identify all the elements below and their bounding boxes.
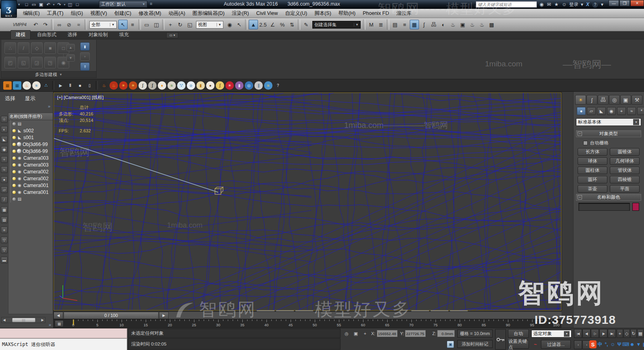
visibility-bulb-icon[interactable] bbox=[12, 184, 16, 187]
selection-lock-icon[interactable]: ▣ bbox=[352, 330, 359, 337]
border-mode-button[interactable]: ◇ bbox=[31, 42, 43, 54]
menu-item-1[interactable]: 工具(T) bbox=[43, 9, 67, 18]
phx-candle-icon[interactable]: ♦ bbox=[158, 81, 166, 90]
exp-display-containers-icon[interactable]: ▦ bbox=[1, 206, 8, 213]
visibility-bulb-icon[interactable] bbox=[12, 129, 16, 132]
frame-back-button[interactable]: ◀ bbox=[54, 312, 63, 319]
explorer-item-layer[interactable]: ▤ bbox=[8, 196, 53, 202]
create-四棱锥-button[interactable]: 四棱锥 bbox=[610, 176, 640, 183]
phx-fire2-icon[interactable]: ♨ bbox=[109, 81, 118, 90]
tab-utilities[interactable]: ⚒ bbox=[632, 95, 642, 105]
phx-explosion2-icon[interactable]: ☀ bbox=[129, 81, 137, 90]
explorer-menu-select[interactable]: 选择 bbox=[5, 95, 15, 102]
minimize-button[interactable]: — bbox=[609, 0, 619, 6]
phx-smoke1-icon[interactable]: ʃ bbox=[138, 81, 147, 90]
align-icon[interactable]: ≣ bbox=[376, 20, 386, 29]
explorer-item-s002[interactable]: ◣s002 bbox=[8, 127, 53, 134]
preview-border-button[interactable]: ◲ bbox=[31, 57, 43, 68]
user-icon[interactable]: ☺ bbox=[562, 2, 567, 7]
exp-display-lights-icon[interactable]: ◣ bbox=[1, 136, 8, 143]
unlink-icon[interactable]: ⊘ bbox=[64, 20, 74, 29]
edge-mode-button[interactable]: / bbox=[18, 42, 29, 54]
scrollbar-thumb[interactable]: ||| bbox=[12, 318, 35, 322]
key-step-back-icon[interactable]: ‹ bbox=[574, 340, 582, 349]
phx-splash-icon[interactable]: ☀ bbox=[225, 81, 234, 90]
schematic-view-icon[interactable]: 品 bbox=[429, 20, 438, 29]
help-icon[interactable]: ? bbox=[592, 2, 598, 8]
menu-item-0[interactable]: 编辑(E) bbox=[19, 9, 43, 18]
phx-ice-icon[interactable]: ⊛ bbox=[187, 81, 195, 90]
menu-item-5[interactable]: 修改器(M) bbox=[135, 9, 165, 18]
undo-button[interactable]: ↶ bbox=[45, 1, 52, 8]
ref-coord-dropdown[interactable]: 视图▼ bbox=[196, 21, 223, 29]
sogou-logo-icon[interactable]: S bbox=[589, 340, 597, 348]
bind-spacewarp-icon[interactable]: ≈ bbox=[74, 20, 83, 29]
exp-sort-icon[interactable]: ≡ bbox=[1, 226, 8, 233]
redo-button[interactable]: ↷ bbox=[56, 1, 62, 8]
explorer-item-Camera002[interactable]: ◉Camera002 bbox=[8, 175, 53, 182]
app-menu-arrow-icon[interactable]: ▾ bbox=[18, 2, 20, 6]
snap-25-icon[interactable]: 2.5 bbox=[258, 20, 268, 29]
restore-button[interactable]: ❐ bbox=[619, 0, 630, 6]
isolate-toggle-icon[interactable]: ◎ bbox=[343, 330, 350, 337]
scroll-left-icon[interactable]: ◀ bbox=[2, 317, 7, 323]
maximize-viewport-button[interactable]: ▦ bbox=[637, 329, 644, 338]
explorer-hscrollbar[interactable]: ◀ ||| ▶ bbox=[1, 317, 45, 323]
add-time-tag[interactable]: 添加时间标记 bbox=[457, 340, 493, 348]
macro-recorder-field[interactable] bbox=[0, 328, 127, 338]
phx-swirl-icon[interactable]: ◎ bbox=[245, 81, 253, 90]
exp-display-all-icon[interactable]: ○ bbox=[1, 116, 8, 123]
select-by-name-icon[interactable]: ≡ bbox=[128, 20, 137, 29]
phx-help-icon[interactable]: ? bbox=[274, 81, 282, 90]
create-管状体-button[interactable]: 管状体 bbox=[610, 167, 640, 174]
menu-item-8[interactable]: 渲染(R) bbox=[228, 9, 252, 18]
explorer-menu-display[interactable]: 显示 bbox=[25, 95, 35, 102]
explorer-item-Obj3d66-99[interactable]: Obj3d66-99 bbox=[8, 141, 53, 148]
undo-icon[interactable]: ↶ bbox=[31, 20, 40, 29]
set-key-mode-button[interactable]: 设置关键点 bbox=[508, 340, 529, 349]
sogou-grid-icon[interactable]: ▦ bbox=[642, 340, 644, 349]
scale-icon[interactable]: ◱ bbox=[185, 20, 194, 29]
explorer-item-Camera001[interactable]: ◉Camera001 bbox=[8, 189, 53, 196]
phx-play-icon[interactable]: ▶ bbox=[56, 81, 65, 90]
dropdown-arrow-icon[interactable]: ▾ bbox=[601, 2, 603, 7]
menu-item-12[interactable]: 帮助(H) bbox=[335, 9, 359, 18]
create-几何球体-button[interactable]: 几何球体 bbox=[610, 157, 640, 165]
menu-item-4[interactable]: 创建(C) bbox=[111, 9, 135, 18]
phx-particles-icon[interactable]: ∴ bbox=[42, 81, 50, 90]
menu-item-14[interactable]: 溜云库 bbox=[393, 9, 415, 18]
close-button[interactable]: × bbox=[630, 0, 644, 6]
tab-motion[interactable]: ◎ bbox=[609, 95, 620, 105]
menu-item-3[interactable]: 视图(V) bbox=[87, 9, 111, 18]
prev-frame-button[interactable]: ◀| bbox=[582, 329, 590, 338]
visibility-bulb-icon[interactable] bbox=[12, 198, 16, 201]
create-圆环-button[interactable]: 圆环 bbox=[578, 176, 607, 183]
frame-forward-button[interactable]: ▶ bbox=[159, 312, 169, 319]
scroll-right-icon[interactable]: ▶ bbox=[40, 317, 45, 323]
phx-burner-icon[interactable]: ≈ bbox=[167, 81, 176, 90]
ribbon-tab-填充[interactable]: 填充 bbox=[114, 31, 134, 39]
phx-clear-icon[interactable]: ▯ bbox=[85, 81, 94, 90]
name-color-rollout[interactable]: − 名称和颜色 bbox=[576, 194, 641, 201]
exp-filter-sel-icon[interactable]: ▽ bbox=[1, 247, 8, 253]
preview-vertex-button[interactable]: ◰ bbox=[4, 57, 16, 68]
material-editor-icon[interactable]: ◐ bbox=[439, 20, 448, 29]
edit-selset-icon[interactable]: ✎ bbox=[301, 20, 311, 29]
sogou-mic-icon[interactable]: Ψ bbox=[616, 340, 622, 349]
explorer-expand-bottom-icon[interactable]: » bbox=[49, 322, 51, 327]
ribbon-toggle-icon[interactable]: ▦ bbox=[410, 20, 419, 29]
tab-display[interactable]: ▣ bbox=[620, 95, 631, 105]
phx-ocean-icon[interactable]: ≈ bbox=[264, 81, 272, 90]
app-menu-button[interactable]: Ʒ MAX bbox=[1, 0, 17, 18]
select-object-icon[interactable]: ↖ bbox=[118, 20, 128, 29]
polygon-mode-button[interactable]: ■ bbox=[44, 42, 56, 54]
maxscript-mini-listener[interactable]: MAXScript 迷你侦听器 bbox=[0, 338, 127, 350]
explorer-item-Camera003[interactable]: ◉Camera003 bbox=[8, 161, 53, 168]
layer-manager-icon[interactable]: ≡ bbox=[400, 20, 409, 29]
menu-item-2[interactable]: 组(G) bbox=[67, 9, 87, 18]
move-icon[interactable]: + bbox=[166, 20, 175, 29]
create-圆柱体-button[interactable]: 圆柱体 bbox=[578, 167, 607, 174]
category-systems-icon[interactable]: * bbox=[637, 107, 644, 115]
exp-display-materials-icon[interactable]: ▤ bbox=[1, 216, 8, 223]
search-input[interactable] bbox=[476, 1, 537, 8]
